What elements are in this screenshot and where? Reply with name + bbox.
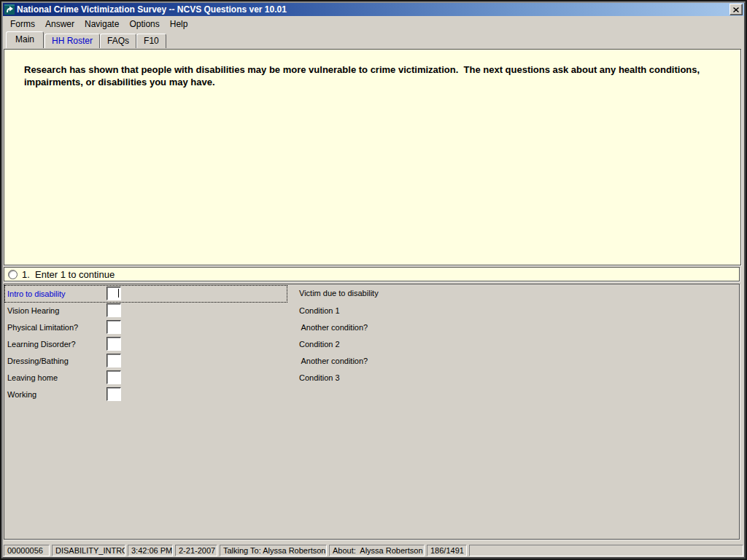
tab-faqs[interactable]: FAQs [100,34,136,48]
text-caret [118,289,119,298]
status-time: 3:42:06 PM [128,545,173,556]
field-label-working: Working [5,390,36,399]
form-panel: Intro to disability Vision Hearing Physi… [4,284,740,540]
window-title: National Crime Victimization Survey -- N… [17,4,287,15]
input-working[interactable] [107,387,121,401]
answer-option-row: 1. Enter 1 to continue [4,267,740,281]
label-another-condition-1: Another condition? [299,319,368,335]
field-label-vision-hearing: Vision Hearing [5,306,59,315]
menu-item-forms[interactable]: Forms [5,18,40,31]
input-vision-hearing[interactable] [107,303,121,317]
menu-item-options[interactable]: Options [124,18,164,31]
tab-hh-roster[interactable]: HH Roster [44,34,100,48]
tab-f10[interactable]: F10 [136,34,166,48]
tab-strip: Main HH Roster FAQs F10 [3,32,744,48]
radio-button[interactable] [8,270,18,279]
input-leaving-home[interactable] [107,370,121,384]
menu-bar: Forms Answer Navigate Options Help [3,17,744,31]
input-dressing-bathing[interactable] [107,354,121,368]
label-condition-1: Condition 1 [299,303,340,319]
form-row-dressing-bathing: Dressing/Bathing [5,353,69,369]
app-icon[interactable] [4,4,15,15]
form-row-leaving-home: Leaving home [5,370,58,386]
title-bar: National Crime Victimization Survey -- N… [3,3,744,16]
input-learning-disorder[interactable] [107,337,121,351]
status-filler [469,545,743,556]
field-label-physical-limitation: Physical Limitation? [5,323,78,332]
input-physical-limitation[interactable] [107,320,121,334]
window: National Crime Victimization Survey -- N… [0,0,747,560]
tab-main[interactable]: Main [6,31,44,48]
status-about: About: Alyssa Robertson [329,545,425,556]
answer-option-label: 1. Enter 1 to continue [22,269,115,280]
field-label-dressing-bathing: Dressing/Bathing [5,357,69,365]
menu-item-navigate[interactable]: Navigate [80,18,124,31]
label-condition-3: Condition 3 [299,370,340,386]
status-case-id: 00000056 [4,545,50,556]
close-button[interactable] [729,4,743,15]
status-progress: 186/1491 [427,545,467,556]
status-field-name: DISABILITY_INTRO [52,545,125,556]
status-bar: 00000056 DISABILITY_INTRO 3:42:06 PM 2-2… [3,543,744,557]
field-label-intro-to-disability: Intro to disability [5,289,65,298]
form-row-learning-disorder: Learning Disorder? [5,336,76,352]
input-intro-to-disability[interactable] [107,287,121,300]
status-date: 2-21-2007 [175,545,217,556]
question-panel: Research has shown that people with disa… [4,49,741,265]
menu-item-help[interactable]: Help [165,18,193,31]
field-label-learning-disorder: Learning Disorder? [5,340,76,349]
form-row-working: Working [5,386,36,402]
label-victim-due-to-disability: Victim due to disability [299,285,379,301]
menu-item-answer[interactable]: Answer [40,18,80,31]
form-row-vision-hearing: Vision Hearing [5,303,59,319]
label-condition-2: Condition 2 [299,336,340,352]
form-row-physical-limitation: Physical Limitation? [5,319,78,335]
field-label-leaving-home: Leaving home [5,373,58,382]
label-another-condition-2: Another condition? [299,353,368,369]
form-row-intro-to-disability: Intro to disability [4,285,287,303]
close-icon [733,7,739,12]
question-text: Research has shown that people with disa… [24,63,730,88]
status-talking-to: Talking To: Alyssa Robertson [220,545,327,556]
